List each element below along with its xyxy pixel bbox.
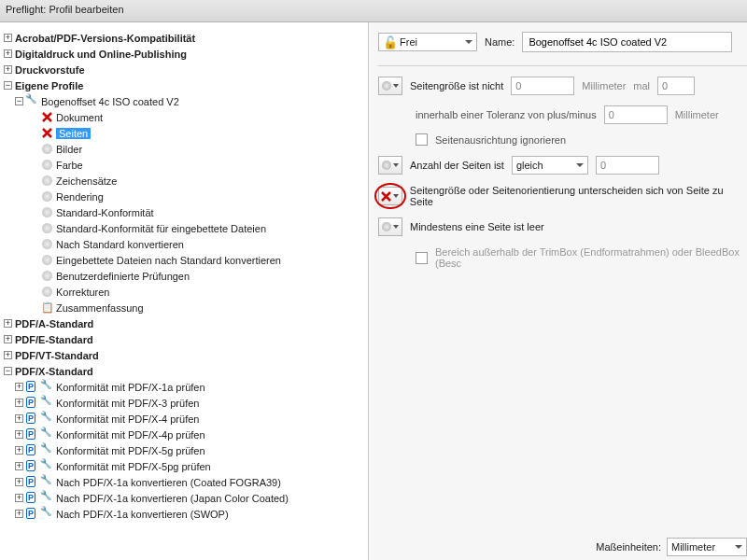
collapse-icon[interactable]: − bbox=[15, 97, 23, 105]
gray-circle-icon bbox=[41, 190, 53, 203]
expand-icon[interactable]: + bbox=[4, 319, 12, 328]
pdf-profile-icon bbox=[26, 508, 38, 520]
wrench-icon bbox=[41, 444, 53, 456]
wrench-icon bbox=[41, 476, 53, 488]
tree-node[interactable]: −Eigene Profile bbox=[4, 77, 364, 93]
expand-icon[interactable]: + bbox=[4, 351, 12, 359]
trimbox-checkbox[interactable] bbox=[416, 252, 428, 264]
tree-node[interactable]: +Konformität mit PDF/X-4 prüfen bbox=[4, 411, 364, 427]
expand-icon[interactable]: + bbox=[15, 399, 23, 407]
wrench-icon bbox=[41, 413, 53, 425]
tree-node[interactable]: Bilder bbox=[4, 141, 364, 157]
window-title: Preflight: Profil bearbeiten bbox=[0, 0, 747, 22]
tree-node[interactable]: Nach Standard konvertieren bbox=[4, 236, 364, 252]
prop-label: Anzahl der Seiten ist bbox=[410, 160, 504, 171]
tree-node[interactable]: +Acrobat/PDF-Versions-Kompatibilität bbox=[4, 30, 364, 46]
collapse-icon[interactable]: − bbox=[4, 367, 12, 375]
expand-icon[interactable]: + bbox=[15, 494, 23, 502]
page-count-input[interactable] bbox=[596, 156, 659, 175]
tolerance-input[interactable] bbox=[604, 105, 668, 124]
expand-icon[interactable]: + bbox=[15, 510, 23, 518]
tree-node[interactable]: +PDF/A-Standard bbox=[4, 315, 364, 331]
tolerance-label: innerhalb einer Toleranz von plus/minus bbox=[416, 109, 597, 120]
wrench-icon bbox=[41, 492, 53, 504]
tree-node[interactable]: +Konformität mit PDF/X-5g prüfen bbox=[4, 442, 364, 458]
tree-node[interactable]: Dokument bbox=[4, 109, 364, 125]
tree-node[interactable]: Korrekturen bbox=[4, 284, 364, 300]
tree-node[interactable]: +Nach PDF/X-1a konvertieren (Japan Color… bbox=[4, 490, 364, 506]
tree-node[interactable]: +Konformität mit PDF/X-4p prüfen bbox=[4, 427, 364, 442]
comparison-dropdown[interactable]: gleich bbox=[512, 156, 588, 175]
ignore-orientation-checkbox[interactable] bbox=[416, 133, 428, 146]
tree-node[interactable]: Benutzerdefinierte Prüfungen bbox=[4, 268, 364, 284]
wrench-icon bbox=[26, 95, 38, 107]
tree-node[interactable]: Zeichensätze bbox=[4, 173, 364, 189]
mal-label: mal bbox=[633, 80, 650, 91]
error-x-icon bbox=[41, 111, 53, 123]
status-selector[interactable] bbox=[378, 156, 402, 175]
expand-icon[interactable]: + bbox=[15, 430, 23, 439]
pdf-profile-icon bbox=[26, 492, 38, 504]
tree-node[interactable]: −PDF/X-Standard bbox=[4, 363, 364, 379]
tree-node[interactable]: +PDF/E-Standard bbox=[4, 331, 364, 347]
checkbox-label: Seitenausrichtung ignorieren bbox=[435, 134, 566, 146]
status-selector-highlighted[interactable] bbox=[378, 187, 402, 205]
summary-icon: 📋 bbox=[41, 301, 53, 314]
gray-circle-icon bbox=[41, 143, 53, 155]
wrench-icon bbox=[41, 508, 53, 520]
gray-circle-icon bbox=[41, 286, 53, 298]
expand-icon[interactable]: + bbox=[4, 335, 12, 343]
unlock-icon: 🔓 bbox=[383, 35, 398, 49]
expand-icon[interactable]: + bbox=[15, 383, 23, 391]
name-label: Name: bbox=[485, 36, 514, 48]
tree-node-selected[interactable]: Seiten bbox=[4, 125, 364, 141]
tree-node[interactable]: Farbe bbox=[4, 157, 364, 173]
units-dropdown[interactable]: Millimeter bbox=[667, 538, 747, 556]
tree-node[interactable]: +Konformität mit PDF/X-3 prüfen bbox=[4, 395, 364, 411]
wrench-icon bbox=[41, 460, 53, 472]
tree-node[interactable]: +PDF/VT-Standard bbox=[4, 347, 364, 363]
gray-circle-icon bbox=[41, 175, 53, 187]
expand-icon[interactable]: + bbox=[4, 34, 12, 42]
pdf-profile-icon bbox=[26, 381, 38, 393]
status-selector[interactable] bbox=[378, 217, 402, 236]
prop-label: Seitengröße ist nicht bbox=[410, 80, 503, 91]
profile-name-input[interactable] bbox=[522, 32, 732, 52]
units-label: Maßeinheiten: bbox=[596, 541, 661, 553]
tree-node[interactable]: +Digitaldruck und Online-Publishing bbox=[4, 46, 364, 62]
expand-icon[interactable]: + bbox=[4, 65, 12, 74]
tree-node[interactable]: −Bogenoffset 4c ISO coated V2 bbox=[4, 93, 364, 109]
pdf-profile-icon bbox=[26, 460, 38, 472]
wrench-icon bbox=[41, 397, 53, 409]
tree-node[interactable]: Rendering bbox=[4, 189, 364, 204]
error-x-icon bbox=[41, 127, 53, 139]
unit-label: Millimeter bbox=[582, 80, 626, 91]
error-x-icon bbox=[381, 191, 391, 202]
gray-circle-icon bbox=[41, 206, 53, 218]
prop-label: Mindestens eine Seite ist leer bbox=[410, 221, 544, 232]
gray-circle-icon bbox=[41, 222, 53, 234]
width-input[interactable] bbox=[511, 77, 574, 95]
gray-circle-icon bbox=[41, 238, 53, 250]
tree-node[interactable]: +Konformität mit PDF/X-1a prüfen bbox=[4, 379, 364, 395]
height-input[interactable] bbox=[657, 77, 695, 95]
tree-node[interactable]: +Konformität mit PDF/X-5pg prüfen bbox=[4, 458, 364, 474]
tree-node[interactable]: +Druckvorstufe bbox=[4, 62, 364, 77]
collapse-icon[interactable]: − bbox=[4, 81, 12, 90]
gray-circle-icon bbox=[41, 254, 53, 266]
lock-dropdown[interactable]: 🔓 Frei bbox=[378, 33, 477, 51]
gray-circle-icon bbox=[41, 270, 53, 282]
expand-icon[interactable]: + bbox=[15, 446, 23, 455]
status-selector[interactable] bbox=[378, 77, 402, 95]
tree-node[interactable]: +Nach PDF/X-1a konvertieren (SWOP) bbox=[4, 506, 364, 522]
expand-icon[interactable]: + bbox=[15, 462, 23, 470]
tree-node[interactable]: Standard-Konformität für eingebettete Da… bbox=[4, 220, 364, 236]
expand-icon[interactable]: + bbox=[15, 478, 23, 486]
tree-node[interactable]: Standard-Konformität bbox=[4, 204, 364, 220]
wrench-icon bbox=[41, 428, 53, 441]
expand-icon[interactable]: + bbox=[4, 49, 12, 58]
tree-node[interactable]: +Nach PDF/X-1a konvertieren (Coated FOGR… bbox=[4, 474, 364, 490]
expand-icon[interactable]: + bbox=[15, 414, 23, 423]
tree-node[interactable]: 📋Zusammenfassung bbox=[4, 300, 364, 315]
tree-node[interactable]: Eingebettete Dateien nach Standard konve… bbox=[4, 252, 364, 268]
